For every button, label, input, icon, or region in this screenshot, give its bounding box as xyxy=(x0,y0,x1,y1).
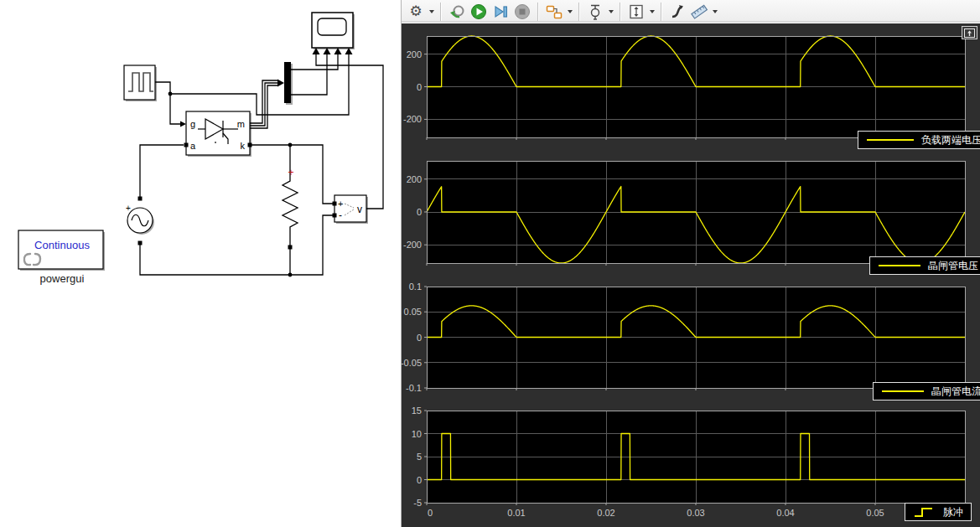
resistor-block[interactable]: + xyxy=(283,167,298,250)
subplot-1[interactable]: 2000-200 xyxy=(403,36,965,140)
peak-finder-icon xyxy=(669,3,686,20)
measurements-button[interactable] xyxy=(688,1,710,23)
measurements-dropdown[interactable] xyxy=(710,2,719,22)
step-forward-button[interactable] xyxy=(490,1,511,23)
toolbar-separator xyxy=(537,3,539,21)
y-tick-label: 0.1 xyxy=(409,282,422,292)
span-icon xyxy=(628,3,645,20)
step-back-button[interactable] xyxy=(446,1,468,23)
powergui-block[interactable]: Continuous powergui xyxy=(18,230,103,285)
gear-icon: ⚙ xyxy=(409,4,422,18)
x-tick-label: 0 xyxy=(428,508,433,518)
legend-label: 晶闸管电压 xyxy=(928,259,978,273)
y-tick-label: 200 xyxy=(407,49,422,59)
legend-stair-sample xyxy=(914,506,936,518)
toolbar-separator xyxy=(620,3,621,21)
wire-m-bundle-1 xyxy=(250,80,277,123)
trigger-button[interactable] xyxy=(584,1,606,23)
legend-label: 晶闸管电流 xyxy=(931,385,980,399)
legend-pulse: 脉冲 xyxy=(905,503,972,521)
wire-pulse-to-scope4 xyxy=(170,54,349,115)
wire-bottom-rail xyxy=(140,215,333,275)
y-tick-label: 10 xyxy=(412,429,422,439)
wire-voltmeter-to-scope1 xyxy=(316,54,383,209)
chevron-down-icon xyxy=(609,10,614,13)
toolbar-separator xyxy=(440,3,442,21)
voltmeter-plus-label: + xyxy=(338,199,343,209)
wire-pulse-to-gate xyxy=(155,82,180,124)
thyristor-block[interactable]: g m a k xyxy=(184,111,252,155)
legend-line-sample xyxy=(882,390,924,392)
y-tick-label: 200 xyxy=(407,174,422,184)
port-square-a xyxy=(184,143,189,147)
subplot-3[interactable]: 0.10.050-0.05-0.1 xyxy=(402,282,965,393)
expand-up-icon xyxy=(964,28,975,38)
trigger-dropdown[interactable] xyxy=(606,2,615,22)
chevron-down-icon xyxy=(568,10,573,13)
scope-block[interactable] xyxy=(312,13,353,54)
peak-finder-button[interactable] xyxy=(666,1,688,23)
wire-m-bundle-2 xyxy=(250,83,277,126)
y-tick-label: -200 xyxy=(403,114,422,124)
ac-bottom-port xyxy=(138,241,143,245)
pulse-generator-block[interactable] xyxy=(124,65,155,100)
y-tick-label: 0.05 xyxy=(404,307,422,317)
ac-top-port xyxy=(138,197,143,201)
voltmeter-plus-port xyxy=(333,202,337,206)
scope-window: ⚙ xyxy=(401,0,980,527)
stop-button[interactable] xyxy=(511,1,533,23)
legend-line-sample xyxy=(879,265,920,266)
y-tick-label: 0 xyxy=(417,207,422,217)
x-tick-label: 0.02 xyxy=(597,508,614,518)
resistor-zigzag-icon xyxy=(283,178,298,245)
powergui-name-label: powergui xyxy=(40,272,85,285)
blocks-icon xyxy=(546,3,563,20)
legend-load-voltage: 负载两端电压 xyxy=(858,131,980,149)
demux-block[interactable] xyxy=(284,62,291,103)
toolbar-separator xyxy=(578,3,580,21)
subplot-2[interactable]: 2000-200 xyxy=(403,161,965,266)
axes-scaling-button[interactable] xyxy=(625,1,647,23)
port-label-m: m xyxy=(237,119,245,129)
highlight-dropdown[interactable] xyxy=(565,2,574,22)
x-tick-label: 0.05 xyxy=(866,508,884,518)
demux-input-arrow xyxy=(277,80,284,87)
wire-demux2-to-scope2 xyxy=(291,54,327,95)
y-tick-label: 0 xyxy=(417,82,422,92)
highlight-simulink-block-button[interactable] xyxy=(543,1,565,23)
signal-wires xyxy=(140,54,383,275)
chevron-down-icon xyxy=(650,10,655,13)
app: g m a k + xyxy=(0,0,980,527)
subplot-4[interactable]: 151050-500.010.020.030.040.05 xyxy=(412,406,965,518)
legend-line-sample xyxy=(867,139,914,141)
voltmeter-output-label: v xyxy=(357,204,362,215)
run-button[interactable] xyxy=(468,1,490,23)
legend-label: 脉冲 xyxy=(943,505,963,519)
scope-plot-region: 2000-2002000-2000.10.050-0.05-0.1151050-… xyxy=(402,23,980,527)
toolbar-separator xyxy=(661,3,662,21)
y-tick-label: 15 xyxy=(412,406,422,416)
configuration-button[interactable]: ⚙ xyxy=(405,1,427,23)
stop-icon xyxy=(514,3,531,20)
port-label-a: a xyxy=(190,141,196,151)
gate-input-arrow xyxy=(180,121,186,127)
voltmeter-minus-port xyxy=(333,214,337,218)
powergui-mode-text: Continuous xyxy=(34,239,90,251)
trigger-icon xyxy=(587,3,604,20)
voltage-measurement-block[interactable]: + - v xyxy=(333,195,367,222)
configuration-dropdown[interactable] xyxy=(427,2,436,22)
legend-thyristor-current: 晶闸管电流 xyxy=(873,382,980,400)
ac-voltage-source-block[interactable]: + xyxy=(126,197,153,245)
resistor-bottom-port xyxy=(288,245,293,250)
x-tick-label: 0.04 xyxy=(776,508,794,518)
resistor-plus-label: + xyxy=(288,167,293,178)
y-tick-label: 0 xyxy=(417,475,422,485)
scope-axes-svg: 2000-2002000-2000.10.050-0.05-0.1151050-… xyxy=(402,23,980,527)
maximize-axes-button[interactable] xyxy=(962,26,977,39)
wire-demux1-to-scope3 xyxy=(291,54,338,70)
simulink-model-canvas[interactable]: g m a k + xyxy=(0,0,401,527)
legend-label: 负载两端电压 xyxy=(921,133,980,147)
axes-scaling-dropdown[interactable] xyxy=(647,2,656,22)
legend-thyristor-voltage: 晶闸管电压 xyxy=(869,256,980,275)
step-back-icon xyxy=(449,3,465,20)
